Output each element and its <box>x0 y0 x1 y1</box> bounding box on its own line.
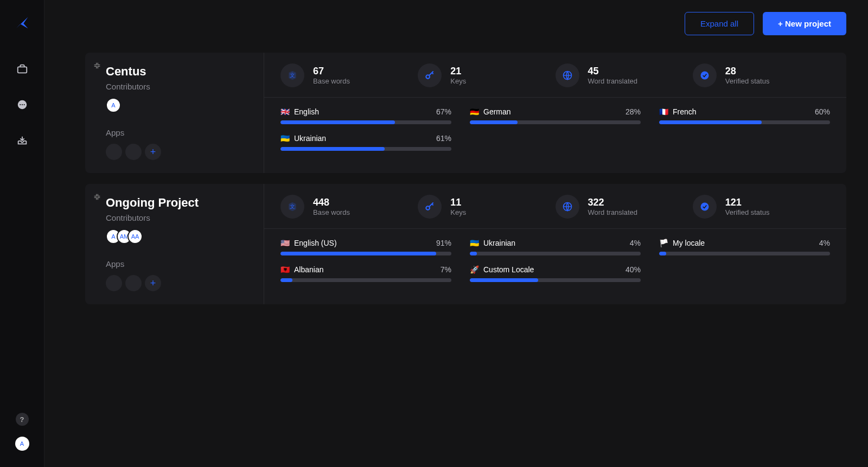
progress-bar <box>280 278 451 282</box>
avatar[interactable]: A <box>106 98 121 113</box>
language-name: English <box>294 107 319 116</box>
sidebar: ? A <box>0 0 44 467</box>
language-item[interactable]: 🏳️My locale4% <box>659 239 830 255</box>
flag-icon: 🚀 <box>470 266 479 273</box>
language-percent: 60% <box>815 107 830 116</box>
language-percent: 28% <box>626 107 641 116</box>
stat-base-words: 文 67Base words <box>280 63 418 87</box>
contributor-avatars: A <box>106 98 248 113</box>
check-circle-icon <box>693 63 717 87</box>
flag-icon: 🇬🇧 <box>280 108 290 116</box>
svg-text:文: 文 <box>290 203 295 209</box>
flag-icon: 🇫🇷 <box>659 108 668 116</box>
language-item[interactable]: 🇺🇦Ukrainian61% <box>280 134 451 151</box>
apps-row: + <box>106 275 248 291</box>
svg-rect-0 <box>17 67 27 73</box>
stat-verified: 121Verified status <box>693 195 830 219</box>
header: Expand all + New project <box>44 0 868 47</box>
contributor-avatars: A AM AA <box>106 229 248 244</box>
chat-icon[interactable] <box>15 98 29 112</box>
flag-icon: 🇦🇱 <box>280 266 290 273</box>
main: Expand all + New project Centus Contribu… <box>44 0 868 467</box>
language-item[interactable]: 🇦🇱Albanian7% <box>280 265 451 282</box>
apps-label: Apps <box>106 128 248 137</box>
svg-point-6 <box>426 75 430 79</box>
app-slot[interactable] <box>106 144 122 160</box>
language-name: Custom Locale <box>483 265 534 274</box>
project-title: Ongoing Project <box>106 196 248 210</box>
svg-point-8 <box>700 72 709 80</box>
project-info: Ongoing Project Contributors A AM AA App… <box>85 184 264 304</box>
language-name: My locale <box>673 239 705 247</box>
collapse-icon[interactable] <box>93 61 101 72</box>
svg-point-3 <box>21 104 22 105</box>
language-percent: 7% <box>441 265 451 274</box>
globe-icon <box>556 195 579 219</box>
stat-word-translated: 322Word translated <box>556 195 693 219</box>
translate-icon: 文 <box>280 63 304 87</box>
stat-base-words: 文 448Base words <box>280 195 418 219</box>
stat-keys: 21Keys <box>418 63 555 87</box>
language-item[interactable]: 🚀Custom Locale40% <box>470 265 641 282</box>
svg-point-2 <box>20 104 21 105</box>
flag-icon: 🇺🇦 <box>470 239 479 247</box>
app-slot[interactable] <box>125 275 142 291</box>
progress-bar <box>280 120 451 124</box>
flag-icon: 🏳️ <box>659 239 668 247</box>
language-percent: 4% <box>819 239 830 247</box>
language-item[interactable]: 🇺🇦Ukrainian4% <box>470 239 641 255</box>
help-icon[interactable]: ? <box>16 413 29 426</box>
expand-all-button[interactable]: Expand all <box>685 12 754 35</box>
progress-bar <box>280 252 451 255</box>
project-card: Centus Contributors A Apps + 文 67Base wo… <box>85 53 846 173</box>
apps-row: + <box>106 144 248 160</box>
language-name: English (US) <box>294 239 337 247</box>
add-app-button[interactable]: + <box>145 144 161 160</box>
language-percent: 61% <box>436 134 451 143</box>
contributors-label: Contributors <box>106 82 248 91</box>
stat-word-translated: 45Word translated <box>556 63 693 87</box>
svg-text:文: 文 <box>290 72 295 78</box>
progress-bar <box>280 147 451 151</box>
language-item[interactable]: 🇬🇧English67% <box>280 107 451 124</box>
project-stats: 文 448Base words 11Keys 322Word translate… <box>264 184 846 304</box>
svg-point-10 <box>426 206 430 210</box>
language-percent: 67% <box>436 107 451 116</box>
collapse-icon[interactable] <box>93 193 101 203</box>
user-avatar[interactable]: A <box>15 437 29 451</box>
briefcase-icon[interactable] <box>15 62 29 76</box>
flag-icon: 🇺🇸 <box>280 239 290 247</box>
flag-icon: 🇺🇦 <box>280 135 290 142</box>
language-name: Ukrainian <box>294 134 326 143</box>
check-circle-icon <box>693 195 717 219</box>
avatar[interactable]: AA <box>127 229 143 244</box>
language-name: Ukrainian <box>483 239 515 247</box>
key-icon <box>418 63 442 87</box>
app-slot[interactable] <box>106 275 122 291</box>
app-slot[interactable] <box>125 144 142 160</box>
contributors-label: Contributors <box>106 213 248 222</box>
language-item[interactable]: 🇫🇷French60% <box>659 107 830 124</box>
language-name: German <box>483 107 511 116</box>
stat-keys: 11Keys <box>418 195 555 219</box>
translate-icon: 文 <box>280 195 304 219</box>
inbox-icon[interactable] <box>15 133 29 148</box>
progress-bar <box>470 252 641 255</box>
svg-point-12 <box>700 203 709 211</box>
globe-icon <box>556 63 579 87</box>
project-card: Ongoing Project Contributors A AM AA App… <box>85 184 846 304</box>
language-name: French <box>673 107 697 116</box>
logo-icon[interactable] <box>15 15 30 33</box>
progress-bar <box>659 120 830 124</box>
svg-point-4 <box>23 104 24 105</box>
project-info: Centus Contributors A Apps + <box>85 53 264 173</box>
language-item[interactable]: 🇺🇸English (US)91% <box>280 239 451 255</box>
project-stats: 文 67Base words 21Keys 45Word translated … <box>264 53 846 173</box>
language-percent: 91% <box>436 239 451 247</box>
language-item[interactable]: 🇩🇪German28% <box>470 107 641 124</box>
progress-bar <box>659 252 830 255</box>
language-percent: 4% <box>630 239 641 247</box>
new-project-button[interactable]: + New project <box>763 12 846 35</box>
stat-verified: 28Verified status <box>693 63 830 87</box>
add-app-button[interactable]: + <box>145 275 161 291</box>
